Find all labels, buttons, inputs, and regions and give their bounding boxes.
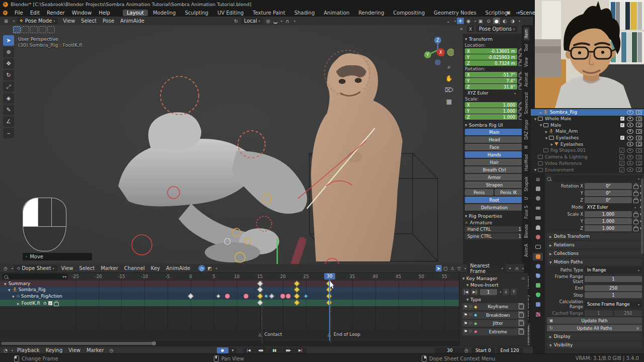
- show-errors-icon[interactable]: ⚠: [449, 265, 455, 272]
- rig-layer-button[interactable]: Main: [465, 129, 522, 135]
- key-type-row[interactable]: ⚑ ⚐ ◆ Keyframe: [462, 303, 525, 310]
- zoom-icon[interactable]: ⌕: [445, 63, 453, 70]
- tool-transform[interactable]: ◈: [3, 93, 14, 104]
- lock-icon[interactable]: [633, 220, 638, 224]
- rig-ui-panel-header[interactable]: ▼Sombra Rig UI: [465, 122, 522, 128]
- jump-to-end-button[interactable]: ▶|: [295, 347, 306, 353]
- dope-scrollbar[interactable]: [0, 341, 459, 346]
- outliner-row[interactable]: ▶ Sombra_Rig ✓: [531, 109, 644, 116]
- pan-hand-icon[interactable]: ✋: [445, 75, 453, 82]
- tool-select-box[interactable]: ➤: [3, 35, 14, 46]
- lock-icon[interactable]: [633, 185, 638, 189]
- workspace-tab[interactable]: Texture Paint: [249, 10, 289, 16]
- camera-view-icon[interactable]: ⌦: [445, 86, 453, 94]
- menu-item[interactable]: Marker: [84, 347, 107, 353]
- close-icon[interactable]: ×: [636, 326, 639, 331]
- sidebar-tab[interactable]: Screencast: [524, 90, 529, 116]
- shading-wireframe-icon[interactable]: ⊙: [485, 18, 492, 24]
- select-lasso-icon[interactable]: [39, 26, 46, 33]
- editor-type-icon[interactable]: ⊞: [3, 18, 10, 24]
- menu-item[interactable]: File: [11, 10, 27, 16]
- camera-render-icon[interactable]: [636, 142, 642, 146]
- editor-type-icon[interactable]: ◔: [2, 347, 9, 353]
- tab-physics[interactable]: [533, 272, 543, 280]
- screencast-keys-icon[interactable]: ◷: [198, 265, 205, 272]
- lock-icon[interactable]: [633, 192, 638, 196]
- lock-icon[interactable]: [633, 213, 638, 217]
- menu-item[interactable]: Render: [43, 10, 68, 16]
- delete-icon[interactable]: [519, 304, 524, 309]
- delete-icon[interactable]: [519, 321, 524, 326]
- tweak-box-icon[interactable]: ▢: [443, 265, 449, 272]
- toggle-xray-icon[interactable]: ▣: [477, 18, 484, 24]
- menu-item[interactable]: Playback: [14, 347, 43, 353]
- rotation-mode-dropdown[interactable]: XYZ Euler▾: [465, 90, 518, 96]
- deselect-flag-icon[interactable]: ⚐: [469, 305, 472, 309]
- frame-end-field[interactable]: End 120: [497, 347, 523, 353]
- jump-to-start-button[interactable]: |◀: [243, 347, 255, 353]
- menu-item[interactable]: View: [60, 18, 78, 24]
- paths-type-dropdown[interactable]: In Range▾: [585, 267, 642, 273]
- lock-icon[interactable]: [54, 302, 59, 306]
- scale-field[interactable]: Z1.000: [465, 114, 517, 120]
- rig-layer-button[interactable]: Deformation: [465, 204, 522, 211]
- collection-checkbox[interactable]: ✓: [619, 154, 624, 159]
- workspace-tab[interactable]: Compositing: [389, 10, 429, 16]
- keyframe[interactable]: [286, 294, 291, 299]
- select-paint-icon[interactable]: [47, 26, 55, 33]
- frame-start-field[interactable]: Start 0: [471, 347, 495, 353]
- section-relations[interactable]: ▶Relations: [547, 241, 642, 248]
- object-type-visibility-icon[interactable]: ⌄: [445, 18, 452, 24]
- camera-render-icon[interactable]: [636, 123, 642, 127]
- keyframe[interactable]: [280, 294, 286, 299]
- channel-rig[interactable]: ▼Sombra_Rig: [8, 287, 46, 293]
- outliner-item-name[interactable]: Eyelashes: [556, 135, 579, 140]
- show-gizmo-icon[interactable]: ✛: [457, 18, 464, 24]
- update-path-button[interactable]: ▣Update Path: [547, 317, 642, 324]
- editor-type-icon[interactable]: ◷: [2, 265, 9, 272]
- screencast-clock-icon[interactable]: ◷: [108, 347, 115, 353]
- eye-icon[interactable]: [627, 167, 633, 172]
- eye-icon[interactable]: [627, 142, 633, 146]
- collection-checkbox[interactable]: ✓: [620, 136, 624, 140]
- camera-render-icon[interactable]: [636, 129, 642, 134]
- menu-item[interactable]: Pose: [100, 18, 117, 24]
- auto-keying-button[interactable]: ●: [217, 347, 228, 353]
- rig-prop-field[interactable]: Spine CTRL1: [465, 233, 522, 239]
- tab-modifiers[interactable]: [533, 262, 543, 270]
- collection-checkbox[interactable]: ✓: [619, 161, 624, 166]
- rotation-field[interactable]: Y7.4°: [465, 78, 517, 83]
- channel-action[interactable]: ▼◷Sombra_RigAction: [12, 293, 62, 299]
- key-type-row[interactable]: ⚑ ⚐ ◆ Jitter: [462, 320, 525, 327]
- transform-panel-header[interactable]: ▼Transform: [465, 36, 522, 42]
- tab-world[interactable]: [533, 233, 543, 241]
- sidebar-tab[interactable]: Blende: [524, 222, 529, 240]
- menu-item[interactable]: View: [65, 347, 84, 353]
- tab-output[interactable]: [533, 205, 543, 212]
- sidebar-tab[interactable]: Fuse S: [524, 204, 529, 221]
- select-box-icon[interactable]: [22, 26, 29, 33]
- snap-mode-dropdown[interactable]: Nearest Frame▾: [467, 262, 506, 275]
- channel-bone[interactable]: ▶FootIK.R ⚙ ✓: [17, 300, 59, 306]
- properties-scrollbar[interactable]: [641, 178, 643, 254]
- menu-item[interactable]: Channel: [121, 265, 148, 271]
- disclosure-icon[interactable]: ▶: [544, 130, 549, 133]
- current-frame-field[interactable]: 30: [435, 347, 465, 353]
- insert-above-button[interactable]: ↑: [511, 289, 517, 295]
- deselect-flag-icon[interactable]: ⚐: [469, 329, 472, 334]
- key-manager-header[interactable]: ▼Key Manager≡: [462, 276, 525, 281]
- sidebar-tab[interactable]: Item: [524, 27, 529, 40]
- pause-button[interactable]: ▮▮: [267, 347, 282, 353]
- workspace-tab[interactable]: Rendering: [354, 10, 388, 16]
- sidebar-tab[interactable]: View: [524, 55, 529, 69]
- scale-field[interactable]: 1.000: [585, 218, 632, 224]
- select-flag-icon[interactable]: ⚑: [464, 305, 467, 309]
- rig-layer-button[interactable]: Hair: [465, 159, 522, 165]
- camera-render-icon[interactable]: [636, 155, 642, 159]
- sidebar-tab[interactable]: M: [524, 143, 529, 151]
- location-field[interactable]: Y-0.025903 m: [465, 54, 517, 60]
- outliner-item-name[interactable]: Male: [550, 123, 561, 128]
- channel-search-input[interactable]: [2, 274, 68, 280]
- location-field[interactable]: X-0.13601 m: [465, 48, 517, 54]
- rotation-field[interactable]: X-51.7°: [465, 72, 517, 77]
